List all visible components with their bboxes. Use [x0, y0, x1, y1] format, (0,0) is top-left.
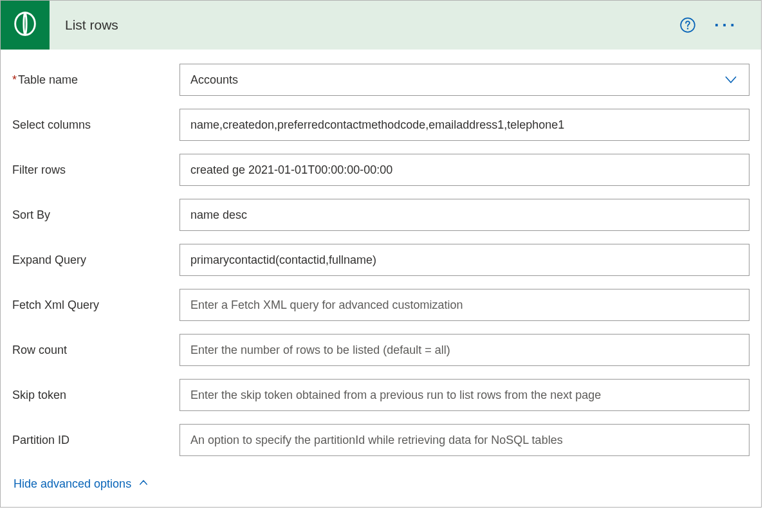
card-title: List rows: [65, 17, 118, 33]
label-skip-token: Skip token: [12, 389, 179, 402]
label-table-name: *Table name: [12, 73, 179, 87]
expand-query-input[interactable]: [179, 244, 749, 276]
chevron-up-icon: [138, 477, 149, 491]
help-icon[interactable]: [679, 17, 696, 33]
row-count-input[interactable]: [179, 334, 749, 366]
card-header: List rows ···: [1, 1, 761, 50]
more-menu-icon[interactable]: ···: [714, 17, 738, 33]
fetch-xml-input[interactable]: [179, 289, 749, 321]
row-expand-query: Expand Query: [12, 244, 749, 276]
partition-id-input[interactable]: [179, 424, 749, 456]
label-row-count: Row count: [12, 344, 179, 357]
connector-logo-tile: [1, 1, 50, 50]
required-asterisk: *: [12, 73, 17, 86]
hide-advanced-options-toggle[interactable]: Hide advanced options: [12, 477, 749, 491]
row-filter-rows: Filter rows: [12, 154, 749, 186]
row-partition-id: Partition ID: [12, 424, 749, 456]
sort-by-input[interactable]: [179, 199, 749, 231]
label-expand-query: Expand Query: [12, 253, 179, 267]
label-select-columns: Select columns: [12, 118, 179, 132]
label-fetch-xml: Fetch Xml Query: [12, 298, 179, 312]
skip-token-input[interactable]: [179, 379, 749, 411]
table-name-select[interactable]: Accounts: [179, 64, 749, 96]
dataverse-icon: [10, 9, 40, 42]
row-skip-token: Skip token: [12, 379, 749, 411]
label-filter-rows: Filter rows: [12, 163, 179, 177]
label-text: Table name: [18, 73, 78, 86]
select-columns-input[interactable]: [179, 109, 749, 141]
toggle-label: Hide advanced options: [14, 477, 131, 491]
table-name-select-wrap: Accounts: [179, 64, 749, 96]
filter-rows-input[interactable]: [179, 154, 749, 186]
svg-point-1: [687, 28, 688, 29]
card-body: *Table name Accounts Select columns Filt…: [1, 50, 761, 507]
row-table-name: *Table name Accounts: [12, 64, 749, 96]
label-partition-id: Partition ID: [12, 434, 179, 447]
row-sort-by: Sort By: [12, 199, 749, 231]
row-select-columns: Select columns: [12, 109, 749, 141]
label-sort-by: Sort By: [12, 208, 179, 222]
header-actions: ···: [679, 17, 761, 33]
action-card: List rows ··· *Table name Accounts: [0, 0, 762, 508]
row-fetch-xml: Fetch Xml Query: [12, 289, 749, 321]
row-row-count: Row count: [12, 334, 749, 366]
